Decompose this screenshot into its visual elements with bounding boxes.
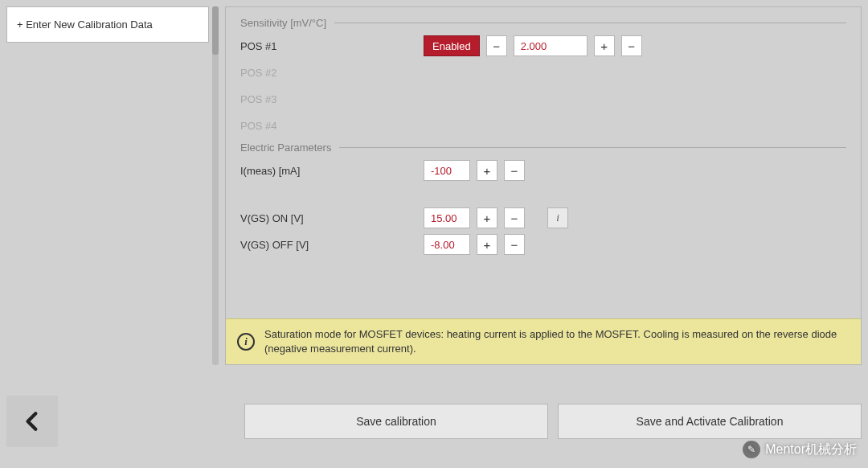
pos1-row: POS #1 Enabled − + −: [240, 35, 846, 56]
left-scrollbar-thumb[interactable]: [212, 6, 219, 55]
vgs-on-row: V(GS) ON [V] + − i: [240, 207, 846, 228]
vgs-on-plus-button[interactable]: +: [477, 207, 497, 228]
imeas-input[interactable]: [424, 160, 470, 181]
left-panel: + Enter New Calibration Data: [6, 6, 219, 365]
new-calibration-button[interactable]: + Enter New Calibration Data: [6, 6, 209, 43]
electric-header: Electric Parameters: [240, 142, 846, 154]
pos2-label: POS #2: [240, 67, 417, 79]
pos1-plus-button[interactable]: +: [594, 35, 615, 56]
imeas-plus-button[interactable]: +: [477, 160, 497, 181]
save-activate-calibration-button[interactable]: Save and Activate Calibration: [558, 404, 862, 439]
imeas-row: I(meas) [mA] + −: [240, 160, 846, 181]
pos1-minus1-button[interactable]: −: [486, 35, 507, 56]
sensitivity-header: Sensitivity [mV/°C]: [240, 17, 846, 29]
pos4-label: POS #4: [240, 120, 417, 132]
vgs-info-icon[interactable]: i: [547, 207, 568, 228]
info-banner-text: Saturation mode for MOSFET devices: heat…: [264, 327, 850, 356]
back-button[interactable]: [6, 396, 58, 447]
pos1-label: POS #1: [240, 40, 417, 52]
info-icon: i: [237, 333, 255, 351]
left-scrollbar[interactable]: [212, 6, 219, 365]
save-calibration-button[interactable]: Save calibration: [244, 404, 548, 439]
vgs-on-label: V(GS) ON [V]: [240, 212, 417, 224]
vgs-on-minus-button[interactable]: −: [504, 207, 525, 228]
electric-label: Electric Parameters: [240, 142, 331, 154]
vgs-off-label: V(GS) OFF [V]: [240, 239, 417, 251]
pos1-minus2-button[interactable]: −: [621, 35, 642, 56]
bottom-bar: Save calibration Save and Activate Calib…: [0, 381, 868, 468]
vgs-off-row: V(GS) OFF [V] + −: [240, 234, 846, 255]
info-banner: i Saturation mode for MOSFET devices: he…: [226, 318, 861, 364]
imeas-minus-button[interactable]: −: [504, 160, 525, 181]
chevron-left-icon: [22, 411, 43, 432]
calibration-list: + Enter New Calibration Data: [6, 6, 209, 365]
pos1-value-input[interactable]: [514, 35, 588, 56]
pos3-label: POS #3: [240, 93, 417, 105]
vgs-off-plus-button[interactable]: +: [477, 234, 497, 255]
sensitivity-label: Sensitivity [mV/°C]: [240, 17, 326, 29]
right-panel: Sensitivity [mV/°C] POS #1 Enabled − + −…: [225, 6, 862, 365]
vgs-off-input[interactable]: [424, 234, 470, 255]
imeas-label: I(meas) [mA]: [240, 165, 417, 177]
pos1-enabled-button[interactable]: Enabled: [424, 35, 480, 56]
vgs-on-input[interactable]: [424, 207, 470, 228]
vgs-off-minus-button[interactable]: −: [504, 234, 525, 255]
